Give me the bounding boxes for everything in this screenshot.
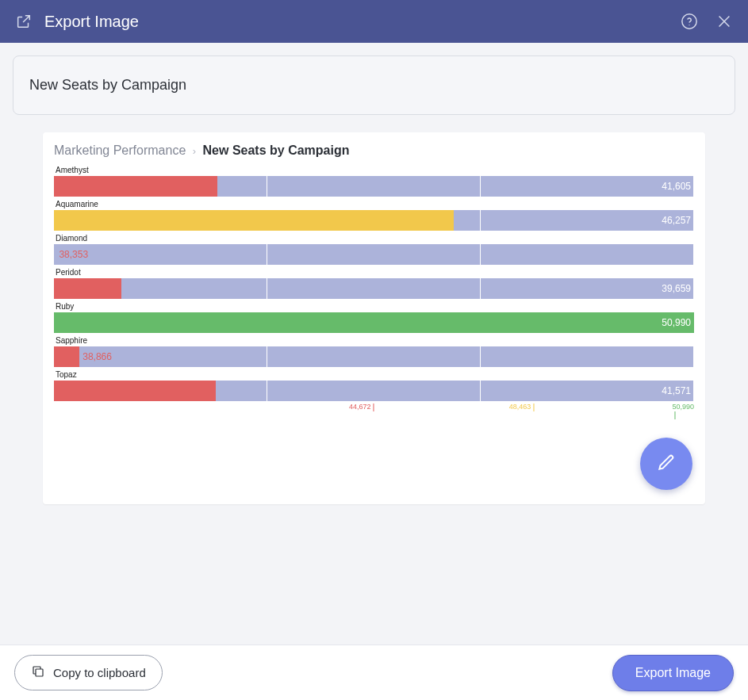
- edit-button[interactable]: [640, 438, 692, 490]
- chart-row: Sapphire38,866: [54, 336, 694, 367]
- chart-bar-fill: [54, 346, 79, 367]
- chart-track-segment: [267, 278, 481, 299]
- chart-x-axis: 44,67248,46350,990: [54, 403, 694, 417]
- close-icon[interactable]: [715, 12, 734, 31]
- chart-track-segment: [481, 244, 694, 265]
- chart-bar-fill: [54, 176, 217, 197]
- chart-category-label: Diamond: [54, 234, 694, 243]
- chart-track-segment: [481, 346, 694, 367]
- svg-point-1: [689, 25, 689, 25]
- chart-bar-fill: [54, 381, 216, 401]
- svg-rect-2: [36, 669, 43, 676]
- chart-bar-track: 41,571: [54, 381, 694, 401]
- chart-x-tick: 50,990: [672, 403, 694, 419]
- open-in-new-icon[interactable]: [14, 12, 33, 31]
- dialog-title: Export Image: [44, 13, 139, 31]
- chart-value-label: 39,659: [623, 278, 691, 299]
- chart-category-label: Ruby: [54, 302, 694, 311]
- chart-bar-track: 39,659: [54, 278, 694, 299]
- dialog-body: New Seats by Campaign Marketing Performa…: [0, 43, 748, 645]
- chart-x-tick: 44,672: [349, 403, 374, 411]
- chart-x-tick-mark: [374, 404, 374, 411]
- chart-preview-card: Marketing Performance › New Seats by Cam…: [43, 132, 705, 504]
- chart-value-label: 38,866: [82, 346, 112, 367]
- chart-x-tick-mark: [533, 404, 534, 411]
- chart-track-segment: [267, 244, 481, 265]
- dialog-footer: Copy to clipboard Export Image: [0, 645, 748, 700]
- chart-value-label: 41,605: [527, 176, 691, 197]
- chart-category-label: Peridot: [54, 268, 694, 277]
- chart-x-tick-label: 50,990: [672, 403, 694, 411]
- chart-bar-fill: [54, 244, 56, 265]
- chart-x-tick: 48,463: [509, 403, 535, 411]
- chart-x-tick-label: 44,672: [349, 403, 371, 411]
- chart-value-label: 41,571: [529, 381, 691, 401]
- breadcrumb: Marketing Performance › New Seats by Cam…: [54, 143, 694, 158]
- chart-row: Peridot39,659: [54, 268, 694, 299]
- chart-category-label: Aquamarine: [54, 200, 694, 208]
- chart-row: Amethyst41,605: [54, 166, 694, 197]
- chart-row: Ruby50,990: [54, 302, 694, 333]
- breadcrumb-parent: Marketing Performance: [54, 143, 186, 157]
- chart-bar-track: 46,257: [54, 210, 694, 231]
- chart-row: Aquamarine46,257: [54, 200, 694, 231]
- copy-to-clipboard-button[interactable]: Copy to clipboard: [14, 655, 163, 690]
- chart-category-label: Sapphire: [54, 336, 694, 345]
- breadcrumb-separator: ›: [190, 145, 199, 157]
- chart-value-label: 46,257: [291, 210, 691, 231]
- chart-track-segment: [267, 381, 481, 401]
- breadcrumb-current: New Seats by Campaign: [203, 143, 350, 157]
- help-icon[interactable]: [680, 12, 699, 31]
- chart-category-label: Topaz: [54, 370, 694, 379]
- chart-x-tick-mark: [674, 411, 675, 419]
- dialog-header: Export Image: [0, 0, 748, 43]
- export-image-button[interactable]: Export Image: [612, 655, 734, 691]
- chart-row: Diamond38,353: [54, 234, 694, 265]
- chart-bar-fill: [54, 278, 121, 299]
- copy-label: Copy to clipboard: [53, 666, 146, 679]
- chart-bar-track: 38,353: [54, 244, 694, 265]
- bar-chart: Amethyst41,605Aquamarine46,257Diamond38,…: [54, 166, 694, 417]
- chart-bar-track: 38,866: [54, 346, 694, 367]
- export-label: Export Image: [635, 666, 711, 679]
- export-name: New Seats by Campaign: [29, 77, 719, 94]
- chart-value-label: 38,353: [59, 244, 88, 265]
- copy-icon: [31, 664, 45, 681]
- chart-bar-track: 50,990: [54, 312, 694, 333]
- chart-category-label: Amethyst: [54, 166, 694, 174]
- export-name-panel: New Seats by Campaign: [13, 55, 735, 115]
- chart-track-segment: [267, 346, 481, 367]
- chart-value-label: 50,990: [51, 312, 691, 333]
- pencil-icon: [656, 452, 677, 476]
- chart-x-tick-label: 48,463: [509, 403, 531, 411]
- chart-row: Topaz41,571: [54, 370, 694, 401]
- chart-track-segment: [267, 176, 481, 197]
- chart-bar-track: 41,605: [54, 176, 694, 197]
